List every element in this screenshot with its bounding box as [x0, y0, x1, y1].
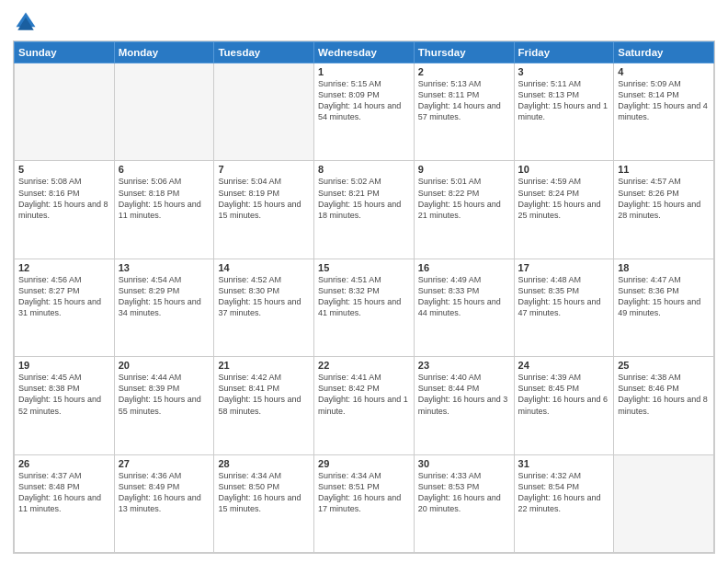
day-info: Sunrise: 5:11 AM Sunset: 8:13 PM Dayligh…: [518, 78, 610, 123]
calendar-header: SundayMondayTuesdayWednesdayThursdayFrid…: [15, 42, 714, 63]
day-cell: 15Sunrise: 4:51 AM Sunset: 8:32 PM Dayli…: [314, 259, 415, 356]
day-number: 18: [618, 262, 710, 273]
day-number: 22: [318, 360, 410, 371]
day-number: 20: [119, 360, 210, 371]
day-cell: 3Sunrise: 5:11 AM Sunset: 8:13 PM Daylig…: [514, 63, 614, 161]
day-info: Sunrise: 5:09 AM Sunset: 8:14 PM Dayligh…: [618, 78, 710, 123]
day-cell: 24Sunrise: 4:39 AM Sunset: 8:45 PM Dayli…: [514, 357, 614, 454]
day-number: 26: [18, 458, 110, 469]
day-cell: 22Sunrise: 4:41 AM Sunset: 8:42 PM Dayli…: [314, 357, 415, 454]
day-cell: 10Sunrise: 4:59 AM Sunset: 8:24 PM Dayli…: [514, 161, 614, 259]
day-number: 8: [318, 164, 410, 175]
day-cell: 26Sunrise: 4:37 AM Sunset: 8:48 PM Dayli…: [15, 454, 115, 552]
day-cell: 21Sunrise: 4:42 AM Sunset: 8:41 PM Dayli…: [214, 357, 314, 454]
day-info: Sunrise: 4:39 AM Sunset: 8:45 PM Dayligh…: [518, 372, 610, 417]
day-cell: 4Sunrise: 5:09 AM Sunset: 8:14 PM Daylig…: [614, 63, 714, 161]
week-row-1: 1Sunrise: 5:15 AM Sunset: 8:09 PM Daylig…: [15, 63, 714, 161]
day-cell: 25Sunrise: 4:38 AM Sunset: 8:46 PM Dayli…: [614, 357, 714, 454]
day-number: 2: [418, 66, 510, 77]
week-row-4: 19Sunrise: 4:45 AM Sunset: 8:38 PM Dayli…: [15, 357, 714, 454]
day-cell: [614, 454, 714, 552]
day-cell: 18Sunrise: 4:47 AM Sunset: 8:36 PM Dayli…: [614, 259, 714, 356]
logo-icon: [13, 9, 39, 35]
day-number: 28: [218, 458, 310, 469]
day-cell: 30Sunrise: 4:33 AM Sunset: 8:53 PM Dayli…: [414, 454, 514, 552]
day-number: 27: [119, 458, 210, 469]
week-row-5: 26Sunrise: 4:37 AM Sunset: 8:48 PM Dayli…: [15, 454, 714, 552]
day-info: Sunrise: 4:49 AM Sunset: 8:33 PM Dayligh…: [418, 274, 510, 319]
day-info: Sunrise: 4:51 AM Sunset: 8:32 PM Dayligh…: [318, 274, 410, 319]
page: SundayMondayTuesdayWednesdayThursdayFrid…: [0, 0, 728, 563]
day-number: 16: [418, 262, 510, 273]
day-cell: [214, 63, 314, 161]
day-info: Sunrise: 5:08 AM Sunset: 8:16 PM Dayligh…: [18, 176, 110, 221]
day-info: Sunrise: 4:47 AM Sunset: 8:36 PM Dayligh…: [618, 274, 710, 319]
day-number: 7: [218, 164, 310, 175]
day-info: Sunrise: 5:13 AM Sunset: 8:11 PM Dayligh…: [418, 78, 510, 123]
day-info: Sunrise: 4:59 AM Sunset: 8:24 PM Dayligh…: [518, 176, 610, 221]
day-info: Sunrise: 4:54 AM Sunset: 8:29 PM Dayligh…: [119, 274, 210, 319]
day-number: 3: [518, 66, 610, 77]
day-info: Sunrise: 4:34 AM Sunset: 8:50 PM Dayligh…: [218, 470, 310, 515]
day-cell: 1Sunrise: 5:15 AM Sunset: 8:09 PM Daylig…: [314, 63, 415, 161]
day-number: 13: [119, 262, 210, 273]
day-number: 5: [18, 164, 110, 175]
day-info: Sunrise: 4:41 AM Sunset: 8:42 PM Dayligh…: [318, 372, 410, 417]
day-number: 17: [518, 262, 610, 273]
day-number: 15: [318, 262, 410, 273]
day-info: Sunrise: 4:52 AM Sunset: 8:30 PM Dayligh…: [218, 274, 310, 319]
col-header-tuesday: Tuesday: [214, 42, 314, 63]
day-number: 25: [618, 360, 710, 371]
day-cell: 27Sunrise: 4:36 AM Sunset: 8:49 PM Dayli…: [114, 454, 214, 552]
day-number: 12: [18, 262, 110, 273]
day-cell: 20Sunrise: 4:44 AM Sunset: 8:39 PM Dayli…: [114, 357, 214, 454]
col-header-saturday: Saturday: [614, 42, 714, 63]
day-info: Sunrise: 5:15 AM Sunset: 8:09 PM Dayligh…: [318, 78, 410, 123]
day-cell: [15, 63, 115, 161]
calendar-table: SundayMondayTuesdayWednesdayThursdayFrid…: [14, 41, 714, 553]
day-info: Sunrise: 4:44 AM Sunset: 8:39 PM Dayligh…: [119, 372, 210, 417]
day-cell: 2Sunrise: 5:13 AM Sunset: 8:11 PM Daylig…: [414, 63, 514, 161]
day-number: 6: [119, 164, 210, 175]
day-cell: 8Sunrise: 5:02 AM Sunset: 8:21 PM Daylig…: [314, 161, 415, 259]
day-cell: 5Sunrise: 5:08 AM Sunset: 8:16 PM Daylig…: [15, 161, 115, 259]
col-header-monday: Monday: [114, 42, 214, 63]
day-cell: 12Sunrise: 4:56 AM Sunset: 8:27 PM Dayli…: [15, 259, 115, 356]
day-cell: 17Sunrise: 4:48 AM Sunset: 8:35 PM Dayli…: [514, 259, 614, 356]
day-info: Sunrise: 4:56 AM Sunset: 8:27 PM Dayligh…: [18, 274, 110, 319]
day-info: Sunrise: 4:33 AM Sunset: 8:53 PM Dayligh…: [418, 470, 510, 515]
day-cell: 14Sunrise: 4:52 AM Sunset: 8:30 PM Dayli…: [214, 259, 314, 356]
day-number: 14: [218, 262, 310, 273]
calendar: SundayMondayTuesdayWednesdayThursdayFrid…: [13, 40, 715, 554]
day-number: 29: [318, 458, 410, 469]
day-info: Sunrise: 5:02 AM Sunset: 8:21 PM Dayligh…: [318, 176, 410, 221]
day-cell: 13Sunrise: 4:54 AM Sunset: 8:29 PM Dayli…: [114, 259, 214, 356]
day-number: 31: [518, 458, 610, 469]
day-cell: 28Sunrise: 4:34 AM Sunset: 8:50 PM Dayli…: [214, 454, 314, 552]
week-row-2: 5Sunrise: 5:08 AM Sunset: 8:16 PM Daylig…: [15, 161, 714, 259]
day-number: 23: [418, 360, 510, 371]
day-cell: 29Sunrise: 4:34 AM Sunset: 8:51 PM Dayli…: [314, 454, 415, 552]
day-number: 19: [18, 360, 110, 371]
day-cell: 19Sunrise: 4:45 AM Sunset: 8:38 PM Dayli…: [15, 357, 115, 454]
col-header-sunday: Sunday: [15, 42, 115, 63]
day-info: Sunrise: 4:37 AM Sunset: 8:48 PM Dayligh…: [18, 470, 110, 515]
col-header-wednesday: Wednesday: [314, 42, 415, 63]
day-cell: [114, 63, 214, 161]
day-info: Sunrise: 4:57 AM Sunset: 8:26 PM Dayligh…: [618, 176, 710, 221]
day-number: 30: [418, 458, 510, 469]
header: [13, 9, 715, 35]
col-header-thursday: Thursday: [414, 42, 514, 63]
day-cell: 9Sunrise: 5:01 AM Sunset: 8:22 PM Daylig…: [414, 161, 514, 259]
day-number: 21: [218, 360, 310, 371]
day-number: 11: [618, 164, 710, 175]
header-row: SundayMondayTuesdayWednesdayThursdayFrid…: [15, 42, 714, 63]
day-info: Sunrise: 4:48 AM Sunset: 8:35 PM Dayligh…: [518, 274, 610, 319]
day-info: Sunrise: 5:06 AM Sunset: 8:18 PM Dayligh…: [119, 176, 210, 221]
day-info: Sunrise: 4:34 AM Sunset: 8:51 PM Dayligh…: [318, 470, 410, 515]
day-cell: 16Sunrise: 4:49 AM Sunset: 8:33 PM Dayli…: [414, 259, 514, 356]
week-row-3: 12Sunrise: 4:56 AM Sunset: 8:27 PM Dayli…: [15, 259, 714, 356]
day-cell: 23Sunrise: 4:40 AM Sunset: 8:44 PM Dayli…: [414, 357, 514, 454]
day-number: 9: [418, 164, 510, 175]
day-info: Sunrise: 4:38 AM Sunset: 8:46 PM Dayligh…: [618, 372, 710, 417]
